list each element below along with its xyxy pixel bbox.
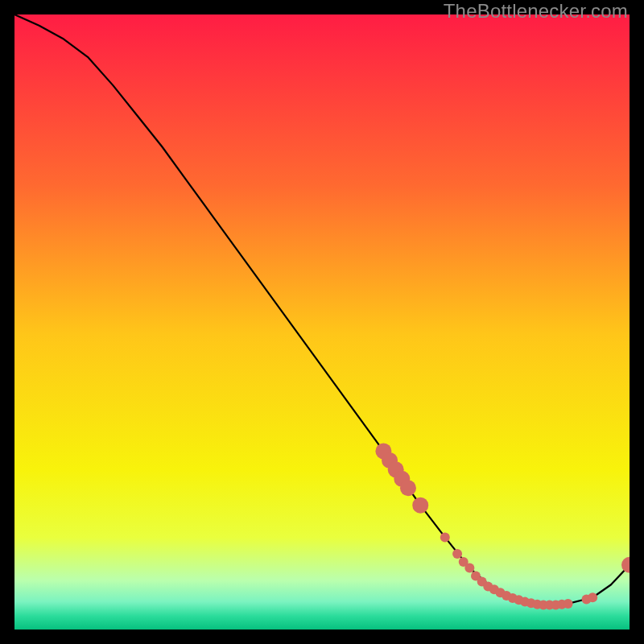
curve-marker [400, 480, 416, 496]
curve-marker [412, 497, 428, 514]
curve-marker [440, 532, 450, 542]
watermark-text: TheBottlenecker.com [444, 0, 628, 23]
curve-marker [452, 549, 462, 559]
chart-background [14, 14, 630, 630]
chart-stage: TheBottlenecker.com [0, 0, 644, 644]
curve-marker [564, 599, 573, 609]
curve-marker [464, 564, 474, 573]
bottleneck-chart [14, 14, 630, 630]
curve-marker [588, 592, 597, 602]
